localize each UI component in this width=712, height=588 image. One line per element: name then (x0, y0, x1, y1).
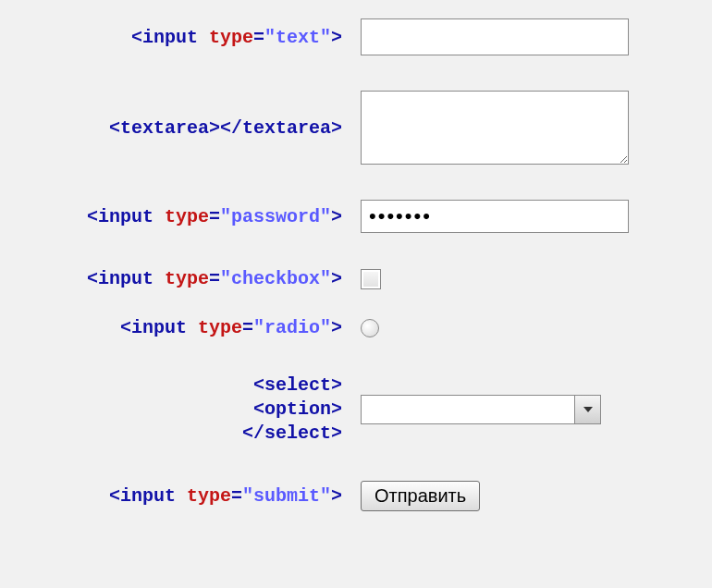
row-select: <select> <option> </select> (18, 374, 694, 446)
row-password: <input type="password"> (18, 200, 694, 233)
text-input[interactable] (361, 18, 629, 55)
row-submit: <input type="submit"> Отправить (18, 481, 694, 511)
chevron-down-icon (574, 396, 600, 423)
row-checkbox: <input type="checkbox"> (18, 268, 694, 289)
password-input[interactable] (361, 200, 629, 233)
row-radio: <input type="radio"> (18, 317, 694, 338)
svg-marker-0 (583, 407, 593, 412)
label-textarea: <textarea></textarea> (18, 117, 361, 139)
row-textarea: <textarea></textarea> (18, 91, 694, 165)
select-value (362, 396, 574, 423)
checkbox-input[interactable] (361, 269, 381, 289)
row-input-text: <input type="text"> (18, 18, 694, 55)
label-password: <input type="password"> (18, 206, 361, 227)
submit-button[interactable]: Отправить (361, 481, 480, 511)
label-radio: <input type="radio"> (18, 317, 361, 338)
radio-input[interactable] (361, 319, 379, 337)
label-checkbox: <input type="checkbox"> (18, 268, 361, 289)
label-select: <select> <option> </select> (18, 374, 361, 446)
label-input-text: <input type="text"> (18, 27, 361, 48)
select-input[interactable] (361, 395, 601, 424)
label-submit: <input type="submit"> (18, 485, 361, 507)
textarea-input[interactable] (361, 91, 629, 165)
